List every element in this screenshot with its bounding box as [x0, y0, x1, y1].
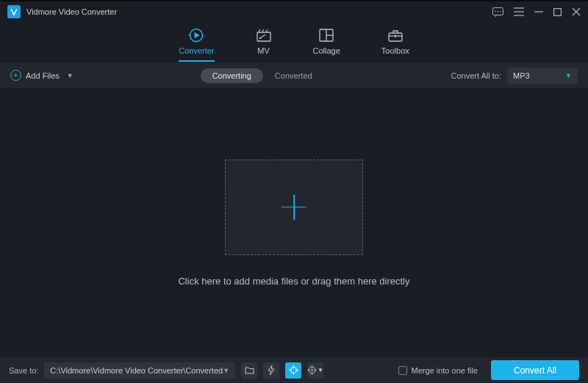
tab-mv[interactable]: MV — [256, 27, 272, 57]
folder-icon — [245, 366, 254, 374]
svg-point-3 — [498, 10, 499, 12]
mv-icon — [256, 27, 272, 43]
tab-label: MV — [257, 46, 270, 55]
plus-icon — [282, 195, 306, 220]
save-path-value: C:\Vidmore\Vidmore Video Converter\Conve… — [50, 366, 223, 375]
add-files-label: Add Files — [26, 71, 60, 80]
drop-hint: Click here to add media files or drag th… — [178, 276, 409, 287]
tab-converter[interactable]: Converter — [179, 27, 214, 57]
format-value: MP3 — [513, 71, 530, 80]
lightning-button[interactable] — [263, 362, 279, 379]
tab-label: Toolbox — [381, 46, 409, 55]
sub-tab-bar: Converting Converted — [201, 68, 324, 83]
svg-rect-9 — [554, 8, 562, 15]
save-to-label: Save to: — [9, 366, 38, 375]
app-title: Vidmore Video Converter — [26, 7, 492, 16]
window-controls — [492, 7, 581, 17]
svg-point-4 — [500, 10, 501, 12]
merge-checkbox[interactable]: Merge into one file — [398, 366, 478, 375]
format-dropdown[interactable]: MP3 ▼ — [507, 68, 578, 84]
gear-icon — [307, 365, 317, 375]
svg-point-2 — [495, 10, 496, 12]
gpu-accel-button[interactable] — [285, 362, 301, 379]
checkbox-icon — [398, 366, 407, 375]
tab-collage[interactable]: Collage — [313, 27, 340, 57]
svg-point-27 — [309, 367, 315, 373]
maximize-icon[interactable] — [553, 8, 562, 16]
close-icon[interactable] — [572, 7, 581, 16]
collage-icon — [318, 27, 334, 43]
bottom-bar: Save to: C:\Vidmore\Vidmore Video Conver… — [0, 357, 588, 383]
tab-toolbox[interactable]: Toolbox — [381, 27, 409, 57]
svg-rect-21 — [395, 35, 396, 37]
tab-label: Collage — [313, 46, 340, 55]
lightning-icon — [268, 365, 275, 375]
subtab-converted[interactable]: Converted — [263, 68, 324, 83]
merge-label: Merge into one file — [412, 366, 478, 375]
svg-point-28 — [311, 369, 313, 371]
app-logo-icon — [7, 5, 21, 18]
title-bar: Vidmore Video Converter — [0, 0, 588, 22]
open-folder-button[interactable] — [241, 362, 257, 379]
convert-all-button[interactable]: Convert All — [491, 360, 579, 380]
svg-rect-14 — [257, 32, 270, 41]
main-tab-bar: Converter MV Collage Toolbox — [0, 22, 588, 62]
toolbox-icon — [387, 27, 404, 43]
drop-box[interactable] — [225, 160, 363, 255]
drop-area[interactable]: Click here to add media files or drag th… — [0, 88, 588, 357]
add-files-button[interactable]: + Add Files ▼ — [10, 70, 74, 81]
plus-circle-icon: + — [10, 70, 21, 81]
save-path-dropdown[interactable]: C:\Vidmore\Vidmore Video Converter\Conve… — [44, 362, 235, 379]
convert-all-to-label: Convert All to: — [451, 71, 501, 80]
feedback-icon[interactable] — [492, 7, 503, 17]
toolbar: + Add Files ▼ Converting Converted Conve… — [0, 62, 588, 88]
tab-label: Converter — [179, 46, 214, 55]
settings-button[interactable]: ▼ — [307, 362, 323, 379]
svg-rect-22 — [291, 368, 296, 373]
converter-icon — [188, 27, 204, 43]
chip-icon — [289, 365, 298, 375]
chevron-down-icon: ▼ — [318, 367, 323, 373]
chevron-down-icon: ▼ — [67, 72, 74, 79]
subtab-converting[interactable]: Converting — [201, 68, 263, 83]
chevron-down-icon: ▼ — [223, 367, 229, 374]
menu-icon[interactable] — [514, 7, 524, 16]
svg-marker-13 — [195, 33, 199, 38]
chevron-down-icon: ▼ — [565, 72, 572, 79]
convert-all-to: Convert All to: MP3 ▼ — [451, 68, 578, 84]
minimize-icon[interactable] — [534, 7, 543, 16]
